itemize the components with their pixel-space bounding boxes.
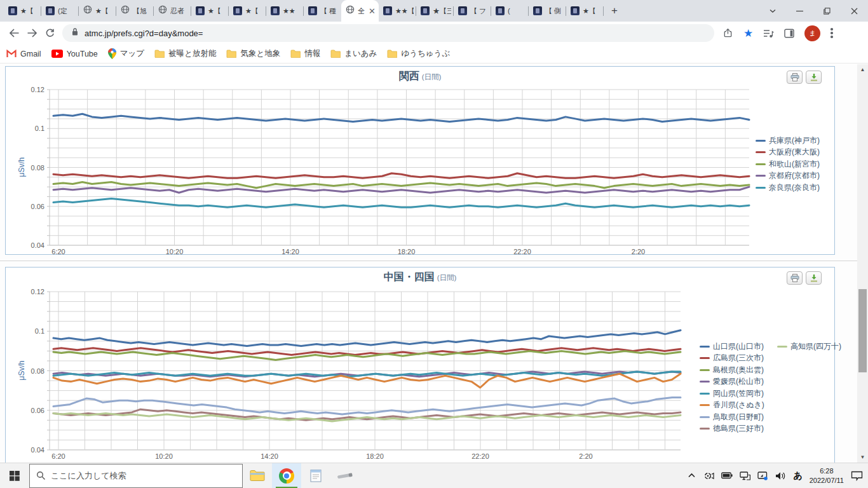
bookmark-item[interactable]: 被曝と放射能 bbox=[154, 48, 216, 59]
series-line bbox=[53, 187, 749, 193]
scroll-up-icon[interactable]: ▲ bbox=[857, 64, 868, 75]
tab[interactable]: 【 側 bbox=[529, 0, 566, 22]
close-icon[interactable] bbox=[841, 0, 868, 22]
clock-date: 2022/07/11 bbox=[810, 476, 844, 485]
legend-item[interactable]: 広島県(三次市) bbox=[700, 353, 771, 365]
tab-title: 【旭 bbox=[133, 6, 151, 16]
bookmark-label: ゆうちゅうぶ bbox=[401, 48, 450, 59]
legend-marker bbox=[700, 393, 710, 395]
tab[interactable]: ★★【 bbox=[379, 0, 416, 22]
svg-text:2:20: 2:20 bbox=[579, 452, 592, 460]
legend-item[interactable]: 大阪府(東大阪) bbox=[756, 147, 827, 159]
legend-item[interactable]: 兵庫県(神戸市) bbox=[756, 135, 827, 147]
scrollbar[interactable]: ▲ ▼ bbox=[857, 64, 868, 463]
taskbar-clock[interactable]: 6:28 2022/07/11 bbox=[810, 466, 844, 485]
legend-item[interactable]: 山口県(山口市) bbox=[700, 341, 771, 353]
bookmark-label: Gmail bbox=[20, 50, 41, 58]
legend-label: 岡山県(笠岡市) bbox=[713, 388, 764, 399]
bookmark-item[interactable]: Gmail bbox=[6, 50, 41, 58]
folder-icon bbox=[226, 50, 236, 58]
tab[interactable]: ★【 bbox=[566, 0, 604, 22]
tab[interactable]: 忍者 bbox=[154, 0, 191, 22]
folder-icon bbox=[290, 50, 301, 58]
scrollbar-thumb[interactable] bbox=[858, 289, 867, 372]
screen-record-icon[interactable] bbox=[703, 471, 714, 480]
new-tab-button[interactable]: + bbox=[606, 3, 623, 19]
bookmark-item[interactable]: まいあみ bbox=[330, 48, 377, 59]
legend-marker bbox=[756, 175, 766, 177]
network-display-icon[interactable] bbox=[740, 471, 750, 480]
tab[interactable]: 【 種 bbox=[304, 0, 341, 22]
print-button[interactable] bbox=[787, 71, 803, 84]
tab[interactable]: ★【 bbox=[191, 0, 229, 22]
chevron-down-icon[interactable] bbox=[759, 0, 786, 22]
screen-share-icon[interactable] bbox=[757, 471, 768, 480]
legend-label: 鳥取県(日野町) bbox=[713, 412, 764, 423]
tab[interactable]: 【旭 bbox=[116, 0, 154, 22]
legend-label: 和歌山(新宮市) bbox=[769, 159, 820, 170]
print-button[interactable] bbox=[787, 271, 803, 285]
start-button[interactable] bbox=[0, 463, 29, 488]
download-button[interactable] bbox=[806, 71, 822, 84]
legend-item[interactable]: 愛媛県(松山市) bbox=[700, 376, 771, 388]
tab[interactable]: 【 フ bbox=[454, 0, 491, 22]
scroll-down-icon[interactable]: ▼ bbox=[857, 452, 868, 463]
bookmark-star-icon[interactable]: ★ bbox=[743, 27, 753, 40]
volume-icon[interactable] bbox=[775, 471, 786, 480]
address-bar[interactable]: atmc.jp/prefs.cgi?d=day&mode= bbox=[62, 24, 714, 42]
chrome-icon[interactable] bbox=[272, 463, 301, 488]
series-line bbox=[53, 398, 681, 415]
back-icon[interactable] bbox=[5, 24, 23, 42]
bookmark-item[interactable]: ゆうちゅうぶ bbox=[387, 48, 450, 59]
pen-icon[interactable] bbox=[330, 463, 360, 488]
tab[interactable]: ★【 bbox=[229, 0, 266, 22]
clock-time: 6:28 bbox=[810, 466, 844, 476]
legend-item[interactable]: 鳥取県(日野町) bbox=[700, 411, 771, 423]
chart-legend: 兵庫県(神戸市)大阪府(東大阪)和歌山(新宮市)京都府(京都市)奈良県(奈良市) bbox=[756, 135, 827, 194]
minimize-icon[interactable] bbox=[786, 0, 813, 22]
ime-indicator[interactable]: あ bbox=[793, 470, 802, 482]
legend-item[interactable]: 和歌山(新宮市) bbox=[756, 158, 827, 170]
legend-item[interactable]: 徳島県(三好市) bbox=[700, 423, 771, 435]
bookmark-item[interactable]: YouTube bbox=[51, 50, 98, 58]
download-button[interactable] bbox=[806, 271, 822, 285]
file-explorer-icon[interactable] bbox=[243, 463, 272, 488]
legend-item[interactable]: 高知県(四万十) bbox=[777, 341, 848, 353]
tab-active[interactable]: 全✕ bbox=[341, 0, 379, 22]
legend-item[interactable]: 京都府(京都市) bbox=[756, 170, 827, 182]
maximize-icon[interactable] bbox=[813, 0, 841, 22]
tab[interactable]: ★★ bbox=[266, 0, 304, 22]
legend-label: 奈良県(奈良市) bbox=[769, 182, 820, 193]
media-controls-icon[interactable] bbox=[763, 29, 774, 38]
svg-text:0.1: 0.1 bbox=[35, 327, 44, 335]
battery-icon[interactable] bbox=[721, 472, 733, 479]
bookmark-item[interactable]: 気象と地象 bbox=[226, 48, 280, 59]
legend-item[interactable]: 香川県(さぬき) bbox=[700, 400, 771, 412]
svg-text:18:20: 18:20 bbox=[366, 452, 384, 460]
tab[interactable]: (定 bbox=[41, 0, 79, 22]
tab[interactable]: ★【三 bbox=[416, 0, 454, 22]
legend-item[interactable]: 岡山県(笠岡市) bbox=[700, 388, 771, 400]
notepad-icon[interactable] bbox=[301, 463, 330, 488]
series-line bbox=[53, 330, 681, 346]
tab[interactable]: ★【 bbox=[79, 0, 116, 22]
lock-icon bbox=[71, 27, 79, 39]
search-icon bbox=[36, 471, 46, 480]
menu-icon[interactable] bbox=[831, 28, 833, 38]
hidden-icons-chevron-icon[interactable] bbox=[688, 473, 696, 478]
legend-item[interactable]: 島根県(奥出雲) bbox=[700, 364, 771, 376]
profile-avatar[interactable]: ま bbox=[804, 25, 820, 41]
tab[interactable]: ★【 bbox=[4, 0, 41, 22]
share-icon[interactable] bbox=[723, 28, 733, 38]
side-panel-icon[interactable] bbox=[784, 29, 794, 38]
legend-marker bbox=[700, 357, 710, 359]
bookmark-item[interactable]: 情報 bbox=[290, 48, 320, 59]
taskbar-search-input[interactable]: ここに入力して検索 bbox=[29, 464, 243, 488]
bookmark-item[interactable]: マップ bbox=[108, 48, 144, 59]
reload-icon[interactable] bbox=[41, 24, 58, 42]
tab[interactable]: ( bbox=[491, 0, 529, 22]
legend-item[interactable]: 奈良県(奈良市) bbox=[756, 182, 827, 194]
forward-icon[interactable] bbox=[23, 24, 41, 42]
action-center-icon[interactable] bbox=[851, 471, 863, 481]
tab-close-icon[interactable]: ✕ bbox=[368, 7, 376, 15]
